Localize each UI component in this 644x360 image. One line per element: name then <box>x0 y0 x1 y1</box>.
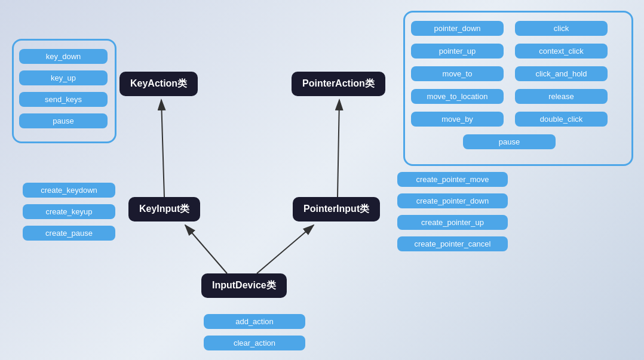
class-key-action: KeyAction类 <box>119 72 198 96</box>
method-key-down: key_down <box>19 49 108 64</box>
method-send-keys: send_keys <box>19 92 108 107</box>
method-create-pointer-down: create_pointer_down <box>397 193 508 208</box>
method-create-pointer-cancel: create_pointer_cancel <box>397 236 508 251</box>
method-pause-pa: pause <box>463 134 556 149</box>
method-click: click <box>515 21 608 36</box>
method-move-to-location: move_to_location <box>411 89 504 104</box>
method-key-up: key_up <box>19 70 108 85</box>
class-key-input: KeyInput类 <box>128 197 200 221</box>
class-input-device: InputDevice类 <box>201 273 287 298</box>
class-pointer-input: PointerInput类 <box>293 197 380 221</box>
method-move-to: move_to <box>411 66 504 81</box>
method-click-and-hold: click_and_hold <box>515 66 608 81</box>
method-create-keydown: create_keydown <box>23 183 115 198</box>
svg-line-1 <box>161 100 164 197</box>
method-create-pointer-move: create_pointer_move <box>397 172 508 187</box>
method-move-by: move_by <box>411 112 504 127</box>
class-pointer-action: PointerAction类 <box>292 72 385 96</box>
method-pointer-up: pointer_up <box>411 44 504 59</box>
svg-line-3 <box>185 225 227 273</box>
method-context-click: context_click <box>515 44 608 59</box>
method-pointer-down: pointer_down <box>411 21 504 36</box>
method-double-click: double_click <box>515 112 608 127</box>
method-add-action: add_action <box>204 314 305 329</box>
method-clear-action: clear_action <box>204 336 305 350</box>
method-pause-ka: pause <box>19 113 108 128</box>
method-create-pointer-up: create_pointer_up <box>397 215 508 230</box>
svg-line-4 <box>257 225 314 273</box>
method-create-keyup: create_keyup <box>23 204 115 219</box>
diagram: key_down key_up send_keys pause KeyActio… <box>0 0 644 360</box>
method-create-pause: create_pause <box>23 226 115 241</box>
svg-line-2 <box>338 100 339 197</box>
method-release: release <box>515 89 608 104</box>
